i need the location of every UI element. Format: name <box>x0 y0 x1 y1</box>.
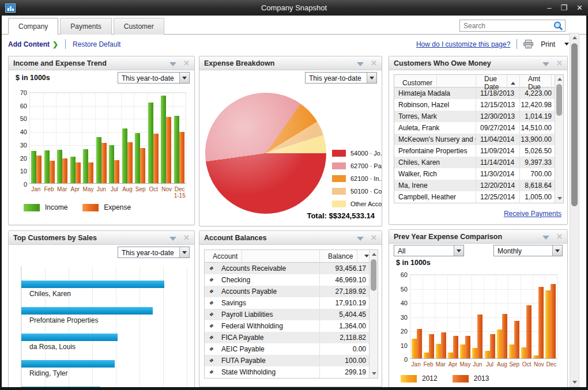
x-axis-tick-label: Jan <box>29 186 43 199</box>
table-row[interactable]: ❖Savings17,910.19 <box>205 297 378 309</box>
scroll-up-icon[interactable] <box>555 75 564 84</box>
bar-group <box>95 93 108 183</box>
panel-header[interactable]: Income and Expense Trend ✕ <box>9 56 194 70</box>
expand-diamond-icon[interactable]: ❖ <box>209 369 213 375</box>
income-period-select[interactable]: This year-to-date <box>118 72 190 84</box>
expand-diamond-icon[interactable]: ❖ <box>209 277 213 283</box>
table-row[interactable]: Auleta, Frank09/27/201414,510.00 <box>394 122 563 134</box>
expand-diamond-icon[interactable]: ❖ <box>209 312 213 317</box>
scrollbar-thumb[interactable] <box>371 259 376 291</box>
close-panel-icon[interactable]: ✕ <box>556 233 563 240</box>
print-button[interactable]: Print <box>541 40 555 48</box>
table-row[interactable]: Ma, Irene12/20/20148,618.64 <box>394 180 563 191</box>
table-cell: 12/20/2014 <box>476 180 520 191</box>
account-filter-select[interactable]: All <box>394 245 464 256</box>
table-row[interactable]: ❖State Withholding299.19 <box>205 366 378 378</box>
bar-group <box>56 93 69 183</box>
expand-diamond-icon[interactable]: ❖ <box>209 289 213 294</box>
table-row[interactable]: ❖Accounts Receivable93,456.17 <box>205 263 378 274</box>
search-input[interactable] <box>460 22 551 30</box>
expand-diamond-icon[interactable]: ❖ <box>209 300 213 306</box>
expand-diamond-icon[interactable]: ❖ <box>209 346 213 352</box>
panel-header[interactable]: Prev Year Expense Comparison ✕ <box>389 230 567 244</box>
table-row[interactable]: Himateja Madala11/18/20134,223.00 <box>394 88 563 99</box>
maximize-button[interactable]: ❐ <box>560 0 567 16</box>
table-row[interactable]: ❖AEIC Payable0.00 <box>205 343 378 355</box>
chevron-down-icon[interactable] <box>367 73 376 83</box>
table-row[interactable]: ❖Federal Withholding1,364.00 <box>205 320 378 332</box>
table-row[interactable]: McKeown's Nursery and G...11/04/201413,9… <box>394 134 563 145</box>
scroll-down-icon[interactable] <box>555 194 564 203</box>
collapse-panel-icon[interactable] <box>542 232 549 242</box>
scrollbar-thumb[interactable] <box>556 84 562 116</box>
scroll-up-icon[interactable] <box>570 33 579 42</box>
expense-period-select[interactable]: This year-to-date <box>305 72 377 84</box>
collapse-panel-icon[interactable] <box>169 233 176 243</box>
table-row[interactable]: Campbell, Heather12/25/20141,005.00 <box>394 191 563 203</box>
table-row[interactable]: Prefontaine Properties11/09/20145,026.50 <box>394 145 563 157</box>
scroll-down-icon[interactable] <box>570 378 579 387</box>
panel-header[interactable]: Account Balances ✕ <box>199 231 382 245</box>
interval-select[interactable]: Monthly <box>493 245 563 256</box>
table-row[interactable]: ❖FUTA Payable100.00 <box>205 355 378 366</box>
combo-value: All <box>394 245 454 256</box>
chevron-down-icon[interactable] <box>552 245 562 256</box>
minimize-button[interactable]: – <box>547 0 551 16</box>
table-row[interactable]: Robinson, Hazel12/15/201312,420.98 <box>394 99 563 111</box>
receive-payments-link[interactable]: Receive Payments <box>504 210 561 218</box>
expand-diamond-icon[interactable]: ❖ <box>209 358 213 364</box>
tab-customer[interactable]: Customer <box>114 18 164 35</box>
table-scrollbar[interactable] <box>369 250 378 378</box>
expense-bar <box>62 158 67 183</box>
chevron-down-icon[interactable] <box>179 247 189 258</box>
table-header: Account Balance <box>205 250 378 263</box>
close-button[interactable]: ✕ <box>576 0 583 16</box>
y-axis-tick-label: 40 <box>392 300 408 306</box>
table-row[interactable]: Chiles, Karen11/14/20149,397.33 <box>394 157 563 168</box>
scrollbar-thumb[interactable] <box>571 43 578 206</box>
bar-group <box>423 275 435 358</box>
close-panel-icon[interactable]: ✕ <box>556 59 563 67</box>
close-panel-icon[interactable]: ✕ <box>371 234 377 241</box>
title-bar[interactable]: Company Snapshot – ❐ ✕ <box>0 0 588 16</box>
legend-label: Expense <box>104 203 131 211</box>
scroll-down-icon[interactable] <box>370 369 378 378</box>
panel-header[interactable]: Customers Who Owe Money ✕ <box>389 56 567 70</box>
legend-item: 62700 · Pa... <box>332 160 382 172</box>
collapse-panel-icon[interactable] <box>357 233 364 243</box>
table-row[interactable]: Walker, Rich11/30/2014700.00 <box>394 168 563 180</box>
chevron-down-icon[interactable] <box>454 245 463 256</box>
restore-default-button[interactable]: Restore Default <box>73 40 120 48</box>
table-row[interactable]: ❖Payroll Liabilities5,404.45 <box>205 309 378 320</box>
table-row[interactable]: ❖Checking46,969.10 <box>205 274 378 286</box>
chevron-down-icon[interactable] <box>179 73 189 83</box>
panel-header[interactable]: Expense Breakdown ✕ <box>199 56 382 70</box>
add-content-button[interactable]: Add Content❯ <box>8 40 58 48</box>
collapse-panel-icon[interactable] <box>542 58 549 69</box>
table-scrollbar[interactable] <box>555 75 563 203</box>
panel-header[interactable]: Top Customers by Sales ✕ <box>9 231 194 245</box>
table-row[interactable]: ❖FICA Payable2,118.82 <box>205 332 378 343</box>
2012-bar <box>436 344 441 358</box>
page-scrollbar[interactable] <box>570 33 579 387</box>
close-panel-icon[interactable]: ✕ <box>183 234 190 241</box>
collapse-panel-icon[interactable] <box>169 58 176 69</box>
scroll-up-icon[interactable] <box>370 250 378 259</box>
tab-payments[interactable]: Payments <box>60 18 111 35</box>
bar-label: da Rosa, Louis <box>29 343 189 351</box>
table-row[interactable]: Torres, Mark12/30/20131,014.19 <box>394 111 563 122</box>
print-dropdown-icon[interactable] <box>564 43 569 46</box>
column-account[interactable]: Account <box>205 250 320 262</box>
top-customers-period-select[interactable]: This year-to-date <box>118 247 190 258</box>
tab-company[interactable]: Company <box>8 18 58 35</box>
close-panel-icon[interactable]: ✕ <box>371 59 377 67</box>
expand-diamond-icon[interactable]: ❖ <box>209 335 213 340</box>
table-row[interactable]: ❖Accounts Payable27,189.92 <box>205 286 378 297</box>
customize-help-link[interactable]: How do I customize this page? <box>416 40 510 48</box>
close-panel-icon[interactable]: ✕ <box>183 59 190 67</box>
expand-diamond-icon[interactable]: ❖ <box>209 323 213 329</box>
panel-title: Prev Year Expense Comparison <box>394 233 502 241</box>
collapse-panel-icon[interactable] <box>357 58 364 69</box>
search-icon[interactable] <box>551 20 565 31</box>
expand-diamond-icon[interactable]: ❖ <box>209 266 213 271</box>
